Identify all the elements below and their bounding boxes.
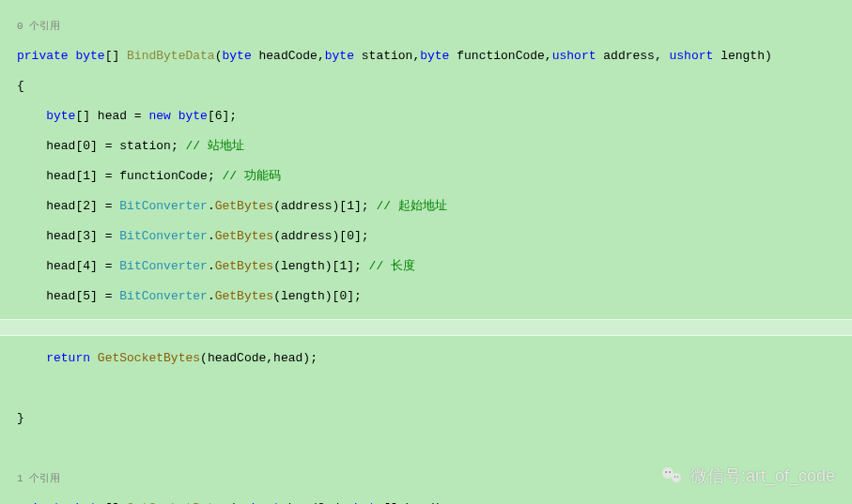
code-line — [17, 381, 852, 396]
svg-point-3 — [669, 471, 671, 473]
code-line: head[5] = BitConverter.GetBytes(length)[… — [17, 289, 852, 304]
code-line: byte[] head = new byte[6]; — [17, 109, 852, 124]
code-line: } — [17, 411, 852, 426]
watermark-value: art_of_code — [746, 466, 835, 486]
code-line: head[1] = functionCode; // 功能码 — [17, 169, 852, 184]
svg-point-2 — [665, 471, 667, 473]
code-editor[interactable]: 0 个引用 private byte[] BindByteData(byte h… — [0, 0, 852, 504]
watermark: 微信号: art_of_code — [660, 465, 835, 487]
code-line: head[0] = station; // 站地址 — [17, 139, 852, 154]
code-line: head[4] = BitConverter.GetBytes(length)[… — [17, 259, 852, 274]
watermark-label: 微信号 — [690, 465, 741, 487]
code-line: head[3] = BitConverter.GetBytes(address)… — [17, 229, 852, 244]
code-line-highlight — [0, 319, 852, 336]
svg-point-1 — [672, 473, 681, 482]
code-line: head[2] = BitConverter.GetBytes(address)… — [17, 199, 852, 214]
code-line: { — [17, 79, 852, 94]
code-line: private byte[] BindByteData(byte headCod… — [17, 49, 852, 64]
codelens-ref[interactable]: 0 个引用 — [17, 19, 852, 34]
code-line: return GetSocketBytes(headCode,head); — [17, 351, 852, 366]
wechat-icon — [660, 465, 683, 487]
code-line — [17, 441, 852, 456]
svg-point-5 — [677, 476, 679, 478]
svg-point-4 — [674, 476, 676, 478]
